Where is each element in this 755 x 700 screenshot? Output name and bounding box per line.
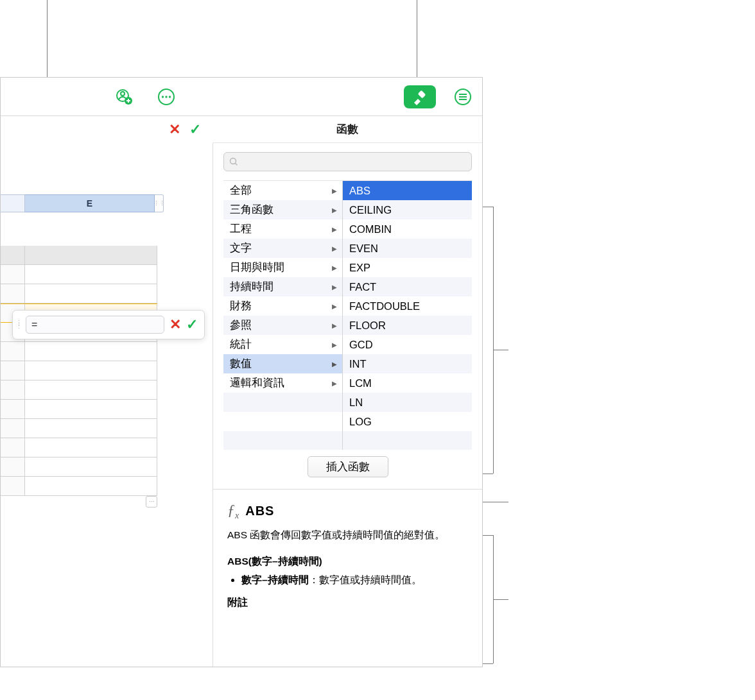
formula-confirm-button[interactable]: ✓ bbox=[189, 121, 201, 138]
help-arguments: 數字–持續時間：數字值或持續時間值。 bbox=[227, 574, 468, 587]
cell[interactable] bbox=[25, 342, 157, 361]
app-window: ✕ ✓ 函數 E ⋮⋮ ⋯ ⋮⋮ = bbox=[0, 77, 483, 667]
function-help-pane: ƒx ABS ABS 函數會傳回數字值或持續時間值的絕對值。 ABS(數字–持續… bbox=[223, 490, 472, 610]
help-arg-desc: ：數字值或持續時間值。 bbox=[309, 574, 422, 585]
row-header[interactable] bbox=[1, 361, 25, 380]
function-item[interactable]: INT bbox=[343, 354, 472, 373]
row-header[interactable] bbox=[1, 342, 25, 361]
category-label: 數值 bbox=[230, 357, 252, 371]
cell[interactable] bbox=[25, 265, 157, 284]
category-item[interactable]: 財務▶ bbox=[223, 296, 342, 316]
function-item[interactable]: ABS bbox=[343, 181, 472, 200]
function-item[interactable]: GCD bbox=[343, 335, 472, 354]
category-item-empty bbox=[223, 412, 342, 431]
chevron-right-icon: ▶ bbox=[332, 341, 337, 348]
cell[interactable] bbox=[25, 361, 157, 380]
chevron-right-icon: ▶ bbox=[332, 380, 337, 387]
row-header[interactable] bbox=[1, 419, 25, 438]
function-label: LOG bbox=[349, 416, 372, 428]
category-item[interactable]: 文字▶ bbox=[223, 239, 342, 258]
formula-editor-popover[interactable]: ⋮⋮ = ✕ ✓ bbox=[12, 310, 205, 339]
cell[interactable] bbox=[25, 438, 157, 457]
function-inspector: 全部▶三角函數▶工程▶文字▶日期與時間▶持續時間▶財務▶參照▶統計▶數值▶邏輯和… bbox=[213, 143, 482, 667]
function-item-empty bbox=[343, 431, 472, 450]
function-item[interactable]: LCM bbox=[343, 373, 472, 393]
row-header[interactable] bbox=[1, 265, 25, 284]
cell[interactable] bbox=[25, 400, 157, 418]
callout-leader-help-top bbox=[483, 535, 493, 536]
row-header[interactable] bbox=[1, 380, 25, 399]
function-search-field[interactable] bbox=[223, 152, 472, 171]
chevron-right-icon: ▶ bbox=[332, 245, 337, 252]
column-header-blank[interactable] bbox=[1, 194, 25, 212]
help-argument-item: 數字–持續時間：數字值或持續時間值。 bbox=[241, 574, 468, 587]
function-search-input[interactable] bbox=[242, 157, 466, 167]
cell[interactable] bbox=[25, 477, 157, 495]
function-item[interactable]: FACT bbox=[343, 277, 472, 296]
format-button[interactable] bbox=[404, 85, 436, 108]
cell[interactable] bbox=[25, 246, 157, 264]
formula-bar: ✕ ✓ bbox=[1, 116, 213, 143]
function-item[interactable]: FACTDOUBLE bbox=[343, 296, 472, 316]
column-header-e[interactable]: E bbox=[25, 194, 155, 212]
svg-point-4 bbox=[162, 96, 164, 98]
row-header[interactable] bbox=[1, 457, 25, 476]
row-header[interactable] bbox=[1, 400, 25, 418]
category-item[interactable]: 三角函數▶ bbox=[223, 200, 342, 219]
formula-input[interactable]: = bbox=[26, 316, 164, 334]
function-item[interactable]: COMBIN bbox=[343, 219, 472, 239]
function-label: ABS bbox=[349, 185, 370, 197]
function-label: FACT bbox=[349, 281, 376, 293]
row-header[interactable] bbox=[1, 438, 25, 457]
category-item[interactable]: 工程▶ bbox=[223, 219, 342, 239]
function-item[interactable]: LOG bbox=[343, 412, 472, 431]
category-item[interactable]: 日期與時間▶ bbox=[223, 258, 342, 277]
category-label: 全部 bbox=[230, 184, 252, 198]
function-item[interactable]: CEILING bbox=[343, 200, 472, 219]
function-item[interactable]: EXP bbox=[343, 258, 472, 277]
function-label: FACTDOUBLE bbox=[349, 300, 420, 312]
svg-point-9 bbox=[230, 158, 236, 164]
formula-inline-confirm-button[interactable]: ✓ bbox=[186, 316, 198, 333]
category-label: 日期與時間 bbox=[230, 260, 284, 275]
row-add-handle[interactable]: ⋯ bbox=[146, 496, 157, 508]
cell[interactable] bbox=[25, 380, 157, 399]
category-label: 文字 bbox=[230, 241, 252, 255]
document-menu-button[interactable] bbox=[450, 84, 476, 110]
category-item[interactable]: 邏輯和資訊▶ bbox=[223, 373, 342, 393]
more-button[interactable] bbox=[153, 84, 179, 110]
category-item[interactable]: 數值▶ bbox=[223, 354, 342, 373]
category-label: 持續時間 bbox=[230, 280, 273, 294]
column-headers: E ⋮⋮ bbox=[1, 194, 164, 212]
callout-leader-browser-bot bbox=[483, 474, 493, 474]
callout-leader-help-out bbox=[493, 599, 508, 600]
help-syntax: ABS(數字–持續時間) bbox=[227, 555, 468, 568]
insert-function-button[interactable]: 插入函數 bbox=[308, 456, 388, 477]
svg-point-6 bbox=[169, 96, 171, 98]
category-label: 工程 bbox=[230, 222, 252, 236]
formula-cancel-button[interactable]: ✕ bbox=[169, 121, 180, 138]
function-label: INT bbox=[349, 358, 367, 370]
row-header[interactable] bbox=[1, 284, 25, 303]
function-item[interactable]: LN bbox=[343, 393, 472, 412]
collaborate-button[interactable] bbox=[111, 84, 137, 110]
help-description: ABS 函數會傳回數字值或持續時間值的絕對值。 bbox=[227, 527, 468, 543]
function-item[interactable]: EVEN bbox=[343, 239, 472, 258]
drag-handle-icon[interactable]: ⋮⋮ bbox=[15, 321, 21, 328]
fx-icon: ƒx bbox=[227, 501, 239, 521]
row-header[interactable] bbox=[1, 477, 25, 495]
cell[interactable] bbox=[25, 419, 157, 438]
cell[interactable] bbox=[25, 457, 157, 476]
help-function-title: ABS bbox=[245, 504, 274, 518]
cell[interactable] bbox=[25, 284, 157, 303]
category-item[interactable]: 參照▶ bbox=[223, 316, 342, 335]
category-item[interactable]: 全部▶ bbox=[223, 181, 342, 200]
formula-inline-cancel-button[interactable]: ✕ bbox=[169, 316, 181, 333]
category-item[interactable]: 統計▶ bbox=[223, 335, 342, 354]
column-add-handle[interactable]: ⋮⋮ bbox=[155, 194, 164, 212]
category-item[interactable]: 持續時間▶ bbox=[223, 277, 342, 296]
function-browser: 全部▶三角函數▶工程▶文字▶日期與時間▶持續時間▶財務▶參照▶統計▶數值▶邏輯和… bbox=[223, 180, 472, 450]
chevron-right-icon: ▶ bbox=[332, 264, 337, 271]
function-item[interactable]: FLOOR bbox=[343, 316, 472, 335]
row-header[interactable] bbox=[1, 246, 25, 264]
